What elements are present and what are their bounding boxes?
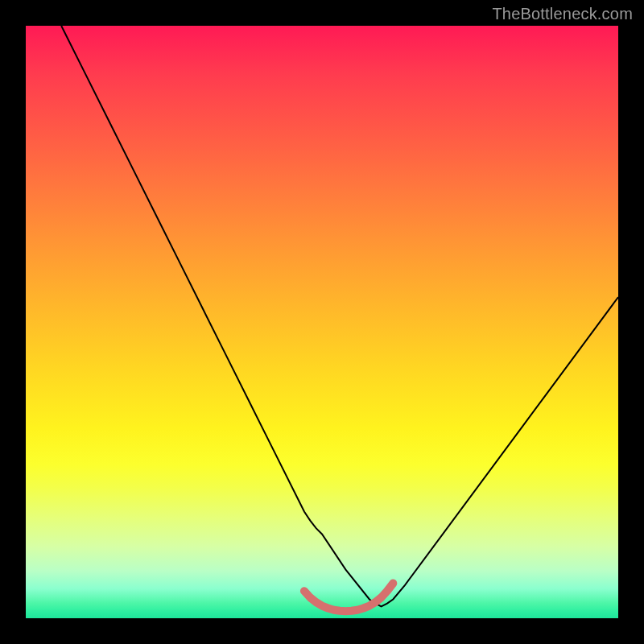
chart-lines (61, 26, 618, 611)
chart-frame: TheBottleneck.com (0, 0, 644, 644)
watermark-text: TheBottleneck.com (492, 5, 633, 23)
chart-plot-area (26, 26, 618, 618)
series-bottom-highlight-band (304, 584, 393, 612)
chart-svg (26, 26, 618, 618)
series-primary-curve (61, 26, 618, 606)
